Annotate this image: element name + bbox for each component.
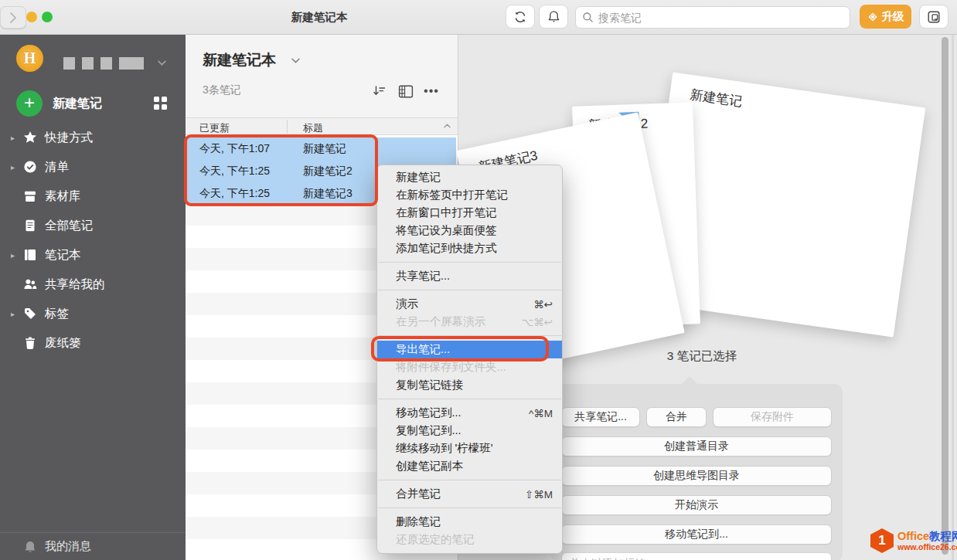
disclosure-triangle-icon[interactable]: ▸ [11, 251, 15, 260]
chevron-down-icon[interactable] [158, 60, 166, 66]
move-notes-button[interactable]: 移动笔记到... [561, 524, 832, 545]
sidebar: H + 新建笔记 ▸ 快捷方式 ▸ 清单 素材库 [0, 35, 186, 560]
more-options-button[interactable]: ••• [422, 82, 441, 100]
upgrade-label: 升级 [882, 9, 904, 24]
grid-icon[interactable] [154, 97, 167, 110]
watermark-brand: Office教程网 [897, 530, 957, 543]
view-options-button[interactable] [397, 82, 415, 100]
menu-shortcut: ⇧⌘M [525, 488, 553, 501]
archive-icon [23, 189, 37, 203]
caret-up-icon[interactable] [444, 124, 451, 128]
zoom-window-button[interactable] [42, 12, 53, 22]
menu-item-merge-notes[interactable]: 合并笔记⇧⌘M [377, 485, 562, 503]
note-card-title: 新建笔记 [689, 86, 744, 110]
sidebar-item-trash[interactable]: 废纸篓 [0, 328, 186, 358]
note-title: 新建笔记3 [303, 187, 352, 201]
menu-item-share-notes[interactable]: 共享笔记... [377, 267, 562, 285]
share-notes-button[interactable]: 共享笔记... [561, 407, 640, 427]
menu-item-continue-move-to[interactable]: 继续移动到 '柠檬班' [377, 440, 562, 457]
note-count: 3条笔记 [203, 83, 241, 97]
menu-item-delete-notes[interactable]: 删除笔记 [377, 513, 562, 531]
sort-button[interactable] [370, 82, 388, 100]
start-presentation-button[interactable]: 开始演示 [561, 495, 832, 515]
note-row[interactable]: 今天, 下午1:07 新建笔记 [187, 137, 456, 160]
avatar[interactable]: H [16, 45, 43, 72]
column-header-updated[interactable]: 已更新 [199, 121, 230, 135]
my-messages-item[interactable]: 我的消息 [0, 532, 186, 560]
note-panel-button[interactable] [919, 5, 948, 29]
sidebar-item-shared-with-me[interactable]: 共享给我的 [0, 270, 186, 299]
sidebar-item-label: 快捷方式 [45, 130, 93, 146]
forward-button[interactable] [0, 6, 26, 29]
scrollbar-thumb[interactable] [942, 37, 948, 555]
menu-separator [378, 290, 561, 290]
watermark-url: www.office26.com [897, 542, 957, 552]
save-attachments-button[interactable]: 保存附件 [713, 407, 832, 427]
disclosure-triangle-icon[interactable]: ▸ [11, 163, 15, 171]
menu-item-copy-note-link[interactable]: 复制笔记链接 [377, 376, 562, 394]
menu-item-open-in-new-tab[interactable]: 在新标签页中打开笔记 [377, 186, 562, 204]
create-toc-button[interactable]: 创建普通目录 [561, 436, 832, 456]
window-title: 新建笔记本 [255, 10, 383, 25]
my-messages-label: 我的消息 [45, 539, 91, 554]
menu-separator [378, 335, 561, 336]
title-bar: 新建笔记本 升级 [0, 0, 957, 35]
menu-item-export-notes[interactable]: 导出笔记... [377, 341, 562, 358]
notifications-button[interactable] [539, 5, 568, 29]
sync-button[interactable] [506, 5, 535, 29]
create-mindmap-toc-button[interactable]: 创建思维导图目录 [561, 466, 832, 486]
sidebar-item-label: 共享给我的 [45, 277, 105, 293]
disclosure-triangle-icon[interactable]: ▸ [11, 310, 15, 318]
new-note-row[interactable]: + 新建笔记 [0, 90, 186, 118]
minimize-window-button[interactable] [26, 12, 37, 22]
notes-icon [23, 219, 37, 232]
menu-item-add-to-shortcuts[interactable]: 添加笔记到快捷方式 [377, 239, 562, 257]
new-note-label: 新建笔记 [53, 96, 102, 112]
search-box[interactable] [575, 6, 850, 29]
menu-item-open-in-new-window[interactable]: 在新窗口中打开笔记 [377, 204, 562, 222]
sidebar-item-all-notes[interactable]: 全部笔记 [0, 211, 186, 240]
trash-icon [23, 336, 37, 350]
sidebar-item-checklist[interactable]: ▸ 清单 [0, 152, 186, 182]
menu-item-set-desktop-sticky[interactable]: 将笔记设为桌面便签 [377, 222, 562, 239]
sidebar-item-tags[interactable]: ▸ 标签 [0, 299, 186, 328]
note-updated: 今天, 下午1:07 [199, 142, 270, 156]
chevron-right-icon [9, 12, 17, 23]
notebook-title[interactable]: 新建笔记本 [203, 50, 276, 70]
menu-item-present[interactable]: 演示⌘↩ [377, 295, 562, 313]
add-tag-input[interactable] [561, 552, 832, 560]
sidebar-item-notebooks[interactable]: ▸ 笔记本 [0, 240, 186, 270]
sidebar-item-label: 清单 [45, 159, 69, 175]
search-icon [582, 12, 594, 23]
search-input[interactable] [598, 12, 843, 24]
upgrade-button[interactable]: 升级 [860, 5, 911, 29]
column-header-title[interactable]: 标题 [303, 121, 323, 135]
sidebar-item-library[interactable]: 素材库 [0, 182, 186, 211]
menu-item-copy-notes-to[interactable]: 复制笔记到... [377, 422, 562, 440]
column-divider[interactable] [287, 120, 288, 134]
menu-item-new-note[interactable]: 新建笔记 [377, 168, 562, 186]
column-header-row[interactable]: 已更新 标题 [186, 117, 458, 135]
disclosure-triangle-icon[interactable]: ▸ [11, 134, 15, 142]
sidebar-item-shortcuts[interactable]: ▸ 快捷方式 [0, 123, 186, 152]
username-redacted [63, 57, 144, 70]
diamond-icon [867, 12, 878, 22]
note-updated: 今天, 下午1:25 [199, 165, 270, 178]
note-list-header: 新建笔记本 3条笔记 ••• [186, 35, 458, 117]
menu-shortcut: ⌘↩ [533, 298, 553, 311]
menu-item-restore-selected-notes: 还原选定的笔记 [377, 531, 562, 548]
menu-item-move-notes-to[interactable]: 移动笔记到...^⌘M [377, 404, 562, 422]
sidebar-item-label: 全部笔记 [45, 218, 93, 234]
sort-descending-icon [372, 84, 387, 98]
bell-icon [23, 540, 37, 554]
menu-item-duplicate-note[interactable]: 创建笔记副本 [377, 457, 562, 475]
multi-select-action-panel: 共享笔记... 合并 保存附件 创建普通目录 创建思维导图目录 开始演示 移动笔… [550, 384, 843, 560]
note-updated: 今天, 下午1:25 [199, 187, 270, 201]
note-context-menu: 新建笔记 在新标签页中打开笔记 在新窗口中打开笔记 将笔记设为桌面便签 添加笔记… [376, 165, 563, 554]
plus-icon[interactable]: + [16, 90, 43, 117]
merge-button[interactable]: 合并 [646, 407, 707, 427]
scrollbar-track [952, 35, 954, 560]
sidebar-item-label: 笔记本 [45, 247, 81, 263]
chevron-down-icon[interactable] [291, 58, 300, 63]
watermark: 1 Office教程网 www.office26.com [870, 528, 957, 553]
